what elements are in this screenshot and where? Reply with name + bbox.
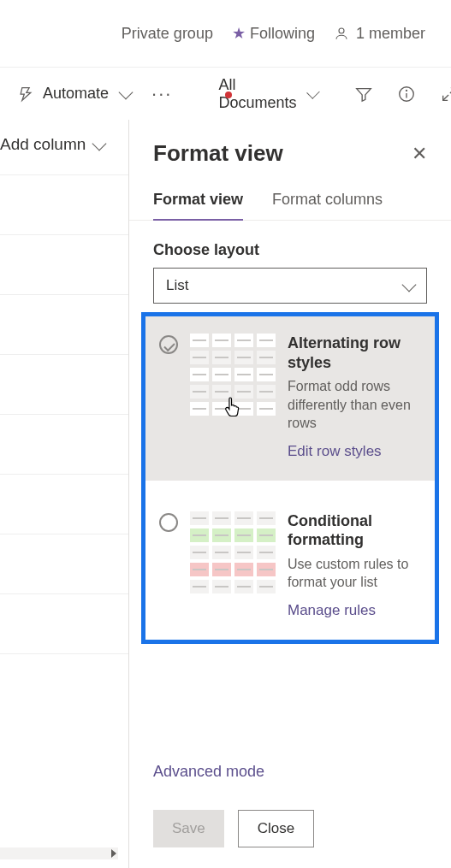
manage-rules-link[interactable]: Manage rules bbox=[288, 602, 421, 619]
conditional-desc: Use custom rules to format your list bbox=[288, 555, 421, 592]
flow-icon bbox=[17, 86, 34, 103]
list-row bbox=[0, 653, 128, 713]
advanced-mode-link[interactable]: Advanced mode bbox=[129, 754, 451, 798]
choose-layout-label: Choose layout bbox=[153, 241, 427, 259]
add-column-button[interactable]: Add column bbox=[0, 120, 128, 169]
list-row bbox=[0, 234, 128, 294]
automate-menu[interactable]: Automate bbox=[17, 85, 131, 103]
star-icon: ★ bbox=[232, 25, 246, 42]
alternating-row-styles-card[interactable]: Alternating row styles Format odd rows d… bbox=[145, 316, 435, 481]
list-row bbox=[0, 593, 128, 653]
views-dropdown[interactable]: All Documents bbox=[211, 76, 317, 112]
chevron-down-icon bbox=[402, 277, 417, 292]
conditional-formatting-card[interactable]: Conditional formatting Use custom rules … bbox=[145, 494, 435, 640]
horizontal-scrollbar[interactable] bbox=[0, 847, 118, 859]
panel-title: Format view bbox=[153, 140, 283, 167]
edit-row-styles-link[interactable]: Edit row styles bbox=[288, 443, 421, 460]
chevron-down-icon bbox=[92, 136, 107, 151]
members-info[interactable]: 1 member bbox=[334, 25, 425, 43]
tab-format-columns[interactable]: Format columns bbox=[272, 191, 383, 221]
layout-dropdown[interactable]: List bbox=[153, 268, 427, 304]
radio-alternating[interactable] bbox=[159, 335, 178, 354]
list-row bbox=[0, 474, 128, 534]
following-toggle[interactable]: ★ Following bbox=[232, 24, 315, 43]
alternating-desc: Format odd rows differently than even ro… bbox=[288, 377, 421, 433]
list-row bbox=[0, 534, 128, 593]
close-button[interactable]: Close bbox=[238, 810, 314, 847]
info-icon[interactable] bbox=[397, 85, 416, 103]
following-label: Following bbox=[250, 25, 315, 42]
svg-point-3 bbox=[406, 90, 407, 91]
list-row bbox=[0, 294, 128, 354]
radio-conditional[interactable] bbox=[159, 513, 178, 532]
format-view-panel: Format view ✕ Format view Format columns… bbox=[128, 120, 451, 868]
filter-icon[interactable] bbox=[354, 85, 373, 103]
layout-value: List bbox=[166, 277, 188, 294]
members-label: 1 member bbox=[356, 25, 425, 43]
conditional-thumbnail bbox=[190, 511, 276, 619]
more-actions-button[interactable]: ··· bbox=[151, 83, 172, 105]
list-row bbox=[0, 354, 128, 414]
alternating-title: Alternating row styles bbox=[288, 334, 421, 372]
cursor-hand-icon bbox=[222, 395, 244, 424]
svg-point-0 bbox=[339, 28, 344, 33]
tab-format-view[interactable]: Format view bbox=[153, 191, 243, 221]
conditional-title: Conditional formatting bbox=[288, 511, 421, 550]
scroll-right-arrow-icon bbox=[111, 849, 116, 858]
chevron-down-icon bbox=[119, 86, 134, 100]
close-panel-button[interactable]: ✕ bbox=[412, 143, 427, 165]
notification-dot-icon bbox=[225, 92, 232, 98]
expand-icon[interactable] bbox=[440, 85, 451, 103]
group-type-label: Private group bbox=[122, 25, 213, 43]
automate-label: Automate bbox=[43, 85, 109, 103]
person-icon bbox=[334, 26, 349, 41]
list-row bbox=[0, 174, 128, 234]
format-options-highlight: Alternating row styles Format odd rows d… bbox=[141, 312, 439, 644]
save-button: Save bbox=[153, 810, 224, 847]
chevron-down-icon bbox=[306, 86, 319, 98]
add-column-label: Add column bbox=[0, 135, 86, 154]
list-row bbox=[0, 414, 128, 474]
alternating-thumbnail bbox=[190, 334, 276, 460]
